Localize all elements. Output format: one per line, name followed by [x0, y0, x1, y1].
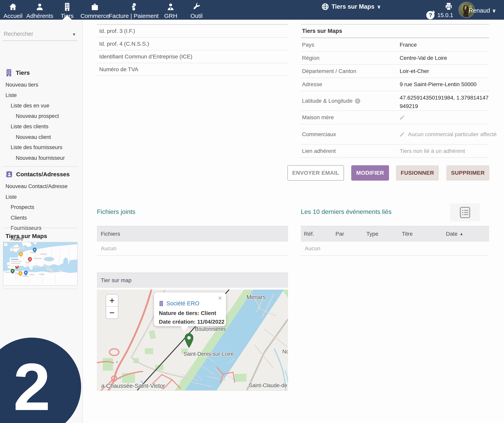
event-list-view-button[interactable] [450, 203, 480, 221]
sidebar-section-contacts[interactable]: Contacts/Adresses [6, 171, 70, 178]
sidebar-item-nouveau-contact[interactable]: Nouveau Contact/Adresse [6, 183, 67, 189]
sidebar-item-nouveau-client[interactable]: Nouveau client [16, 134, 51, 140]
nav-item-grh[interactable]: GRH [164, 0, 177, 22]
sidebar-item-liste-des-clients[interactable]: Liste des clients [11, 123, 48, 130]
sidebar-item-liste-contacts[interactable]: Liste [6, 194, 17, 200]
member-icon [36, 2, 44, 12]
row-label: Département / Canton [301, 68, 400, 74]
globe-icon [321, 3, 329, 11]
minimap-label: Romania [34, 257, 42, 259]
nav-label: Accueil [4, 13, 23, 19]
table-row: Numéro de TVA [97, 63, 288, 76]
minimap-label: Iraq [50, 270, 53, 272]
attachments-table: Fichiers Aucun [97, 226, 288, 256]
sidebar-item-fournisseurs[interactable]: Fournisseurs [11, 225, 41, 231]
minimap-label: Tunisia [22, 275, 28, 277]
sidebar-item-nouveau-prospect[interactable]: Nouveau prospect [16, 113, 59, 119]
attachments-empty: Aucun [97, 242, 288, 256]
nav-label: Adhérents [26, 13, 53, 19]
modify-button[interactable]: MODIFIER [351, 165, 389, 181]
sidebar-item-liste-des-en-vue[interactable]: Liste des en vue [11, 103, 49, 109]
nav-label: Outil [190, 13, 203, 19]
chevron-down-icon: ∨ [492, 8, 496, 14]
merge-button[interactable]: FUSIONNER [396, 165, 439, 181]
map-town-label: Boulonnières [195, 326, 226, 332]
employee-icon [166, 2, 175, 12]
table-row: Département / Canton Loir-et-Cher [301, 65, 489, 78]
version-label: 15.0.1 [437, 12, 453, 18]
sidebar-item-prospects[interactable]: Prospects [11, 204, 34, 210]
nav-item-commerce[interactable]: Commerce [81, 0, 109, 22]
svg-text:✕: ✕ [23, 258, 25, 260]
building-icon [63, 2, 71, 12]
nav-item-facture-paiement[interactable]: Facture | Paiement [109, 0, 159, 22]
building-icon [6, 69, 12, 77]
tiers-minimap[interactable]: United Kingdom Poland Ukraine Romania It… [3, 242, 78, 286]
module-switcher[interactable]: Tiers sur Maps ∨ [321, 3, 381, 11]
nav-item-adherents[interactable]: Adhérents [26, 0, 53, 22]
col-ref[interactable]: Réf. [304, 231, 336, 237]
sidebar-item-nouveau-tiers[interactable]: Nouveau tiers [6, 82, 38, 88]
sidebar-item-clients[interactable]: Clients [11, 215, 27, 221]
events-empty: Aucun [301, 242, 489, 256]
col-par[interactable]: Par [336, 231, 366, 237]
sidebar-item-nouveau-fournisseur[interactable]: Nouveau fournisseur [16, 155, 65, 161]
nav-item-accueil[interactable]: Accueil [4, 0, 23, 22]
help-icon[interactable]: ? [426, 11, 434, 19]
search-input[interactable] [3, 29, 70, 39]
row-label: Id. prof. 4 (C.N.S.S.) [99, 41, 149, 47]
sidebar-divider [3, 289, 77, 289]
sidebar-section-tiers[interactable]: Tiers [6, 69, 30, 77]
zoom-out-button[interactable]: − [106, 307, 118, 318]
attachments-title: Fichiers joints [97, 208, 135, 215]
minimap-label: Turkey [44, 265, 50, 267]
close-icon[interactable]: ✕ [218, 295, 222, 301]
send-email-button[interactable]: ENVOYER EMAIL [288, 165, 344, 181]
module-switcher-label: Tiers sur Maps [331, 3, 374, 10]
search-dropdown-icon[interactable]: ▼ [72, 32, 76, 37]
map-popup: ✕ Société ERO Nature de tiers: Client Da… [154, 292, 226, 326]
delete-button[interactable]: SUPPRIMER [446, 165, 489, 181]
events-header-row: Réf. Par Type Titre Date ▲ [301, 226, 489, 242]
table-row: Commerciaux Aucun commercial particulier… [301, 124, 489, 145]
sidebar-section-title: Contacts/Adresses [16, 171, 70, 178]
row-label-text: Latitude & Longitude [302, 98, 353, 104]
minimap-label: Libya [30, 273, 34, 276]
user-menu[interactable]: Renaud ∨ [468, 7, 496, 14]
col-titre[interactable]: Titre [402, 231, 446, 237]
company-link[interactable]: Société ERO [166, 300, 199, 307]
table-row: Pays France [301, 38, 489, 52]
minimap-zoom-out-button[interactable]: − [4, 243, 7, 246]
company-map-pin[interactable] [184, 333, 194, 348]
zoom-in-button[interactable]: + [106, 294, 118, 306]
popup-nature: Nature de tiers: Client [159, 310, 216, 316]
sidebar-item-liste[interactable]: Liste [6, 92, 17, 98]
col-date[interactable]: Date ▲ [446, 231, 489, 237]
coordinates-value: 47.625914350191984, 1.379814147949219 [400, 92, 489, 111]
row-value: Tiers non lié à un adhérent [400, 148, 489, 154]
popup-tail [180, 326, 189, 331]
sidebar-section-title: Tiers [16, 70, 30, 76]
info-icon[interactable]: i [355, 98, 360, 104]
sidebar-section-tiers-sur-maps[interactable]: Tiers sur Maps [6, 233, 47, 240]
col-date-label: Date [446, 231, 457, 237]
sidebar-item-liste-des-fournisseurs[interactable]: Liste des fournisseurs [11, 144, 62, 151]
edit-pencil-icon[interactable] [399, 115, 405, 120]
top-navbar: Accueil Adhérents Tiers Commerce Facture… [0, 0, 504, 20]
table-row: Lien adhérent Tiers non lié à un adhéren… [301, 145, 489, 158]
edit-pencil-icon[interactable] [399, 131, 405, 137]
minimap-popup: ✕ [10, 258, 25, 267]
nav-label: Facture | Paiement [109, 13, 159, 19]
panel-title: Tiers sur Maps [301, 25, 489, 38]
nav-item-outil[interactable]: Outil [190, 0, 203, 22]
row-value: 47.625914350191984, 1.379814147949219 [400, 92, 489, 111]
table-row: Identifiant Commun d’Entreprise (ICE) [97, 50, 288, 63]
map-town-label: No [282, 349, 288, 355]
col-type[interactable]: Type [366, 231, 402, 237]
row-label: Identifiant Commun d’Entreprise (ICE) [99, 53, 192, 60]
home-icon [9, 2, 17, 12]
map-town-label: Saint-Denis-sur-Loire [184, 351, 234, 357]
tier-map[interactable]: Menars Boulonnières Saint-Denis-sur-Loir… [97, 290, 288, 391]
print-button[interactable] [444, 2, 453, 11]
company-ids-table: Id. prof. 3 (I.F.) Id. prof. 4 (C.N.S.S.… [97, 24, 288, 76]
